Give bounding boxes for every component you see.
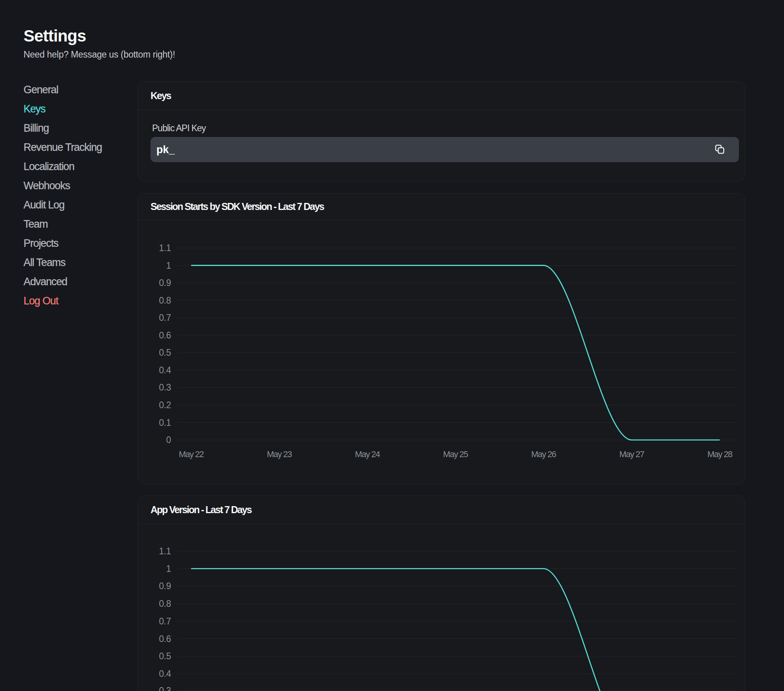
svg-text:0.5: 0.5	[159, 651, 171, 661]
svg-text:0: 0	[166, 435, 171, 445]
svg-text:May 23: May 23	[267, 449, 292, 459]
svg-text:0.1: 0.1	[159, 418, 171, 428]
svg-text:0.5: 0.5	[159, 347, 171, 358]
svg-text:0.3: 0.3	[159, 382, 171, 393]
svg-text:1: 1	[166, 564, 171, 574]
svg-text:0.9: 0.9	[159, 278, 171, 288]
svg-text:0.2: 0.2	[159, 400, 171, 410]
svg-text:May 25: May 25	[443, 449, 468, 459]
svg-text:May 22: May 22	[179, 449, 204, 459]
svg-text:1.1: 1.1	[159, 243, 171, 253]
svg-text:1: 1	[166, 260, 171, 271]
svg-text:0.6: 0.6	[159, 330, 171, 340]
svg-text:0.6: 0.6	[159, 634, 171, 644]
svg-text:0.3: 0.3	[159, 686, 171, 691]
svg-text:0.7: 0.7	[159, 616, 171, 626]
svg-text:1.1: 1.1	[159, 546, 171, 556]
svg-text:0.8: 0.8	[159, 295, 171, 306]
svg-text:May 28: May 28	[707, 449, 732, 459]
svg-text:0.4: 0.4	[159, 669, 171, 679]
svg-text:May 24: May 24	[355, 449, 380, 459]
svg-text:May 27: May 27	[619, 449, 644, 459]
svg-text:May 26: May 26	[531, 449, 556, 459]
svg-text:0.9: 0.9	[159, 581, 171, 591]
svg-text:0.8: 0.8	[159, 599, 171, 609]
svg-text:0.4: 0.4	[159, 365, 171, 375]
svg-text:0.7: 0.7	[159, 313, 171, 323]
